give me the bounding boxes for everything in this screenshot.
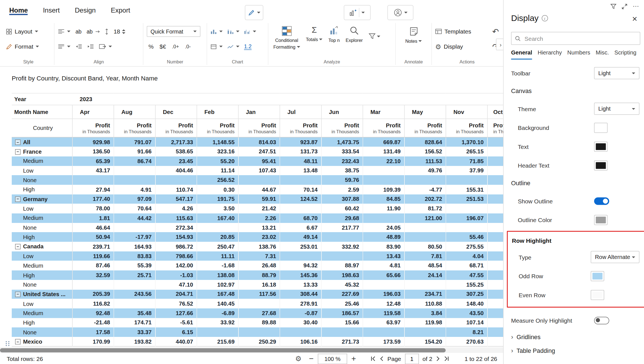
value-cell[interactable]: 116.82: [72, 299, 114, 308]
value-cell[interactable]: [363, 280, 404, 289]
value-cell[interactable]: 6.67: [280, 223, 321, 232]
value-cell[interactable]: 247.51: [238, 147, 280, 156]
value-cell[interactable]: 333.54: [321, 147, 363, 156]
value-cell[interactable]: 45.32: [321, 280, 363, 289]
row-header[interactable]: −Germany: [12, 194, 72, 204]
value-cell[interactable]: [114, 223, 155, 232]
drag-grip-icon[interactable]: [5, 341, 10, 347]
value-cell[interactable]: 923.87: [280, 137, 321, 147]
value-cell[interactable]: 43.50: [446, 308, 487, 318]
cell-style-button[interactable]: [210, 44, 223, 49]
collapse-icon[interactable]: −: [15, 196, 21, 202]
value-cell[interactable]: 202.72: [404, 194, 446, 204]
value-cell[interactable]: [446, 204, 487, 213]
tab-misc[interactable]: Misc.: [596, 49, 609, 60]
value-cell[interactable]: 205.39: [72, 289, 114, 299]
value-cell[interactable]: 33.92: [197, 318, 238, 327]
tab-design[interactable]: Design: [75, 7, 96, 15]
conditional-formatting-button[interactable]: Conditional Formatting: [272, 24, 302, 51]
background-color-swatch[interactable]: [594, 123, 608, 133]
outdent-button[interactable]: [75, 44, 82, 49]
value-cell[interactable]: 27.68: [238, 308, 280, 318]
value-cell[interactable]: 1,370.10: [446, 137, 487, 147]
value-cell[interactable]: 0.30: [197, 185, 238, 194]
last-page-icon[interactable]: [444, 356, 449, 361]
value-cell[interactable]: 107.43: [238, 166, 280, 175]
toolbar-dropdown[interactable]: Light: [594, 67, 640, 79]
row-header[interactable]: −All: [12, 137, 72, 147]
measure-column-header[interactable]: Profitin Thousands: [446, 119, 487, 137]
value-cell[interactable]: -0.87: [280, 308, 321, 318]
value-cell[interactable]: 35.48: [114, 308, 155, 318]
value-cell[interactable]: [238, 327, 280, 337]
row-height-button[interactable]: [105, 28, 109, 35]
tab-hierarchy[interactable]: Hierarchy: [538, 49, 562, 60]
stacked-bar-button[interactable]: [227, 29, 240, 34]
first-page-icon[interactable]: [371, 356, 376, 361]
value-cell[interactable]: 2.26: [238, 213, 280, 223]
value-cell[interactable]: 307.25: [446, 289, 487, 299]
value-cell[interactable]: 88.97: [321, 261, 363, 270]
value-cell[interactable]: 11.11: [197, 251, 238, 261]
value-cell[interactable]: [487, 251, 503, 261]
value-cell[interactable]: 323.16: [197, 147, 238, 156]
value-cell[interactable]: [321, 327, 363, 337]
insert-visual-button[interactable]: [344, 5, 371, 20]
value-cell[interactable]: 48.54: [404, 261, 446, 270]
value-cell[interactable]: 196.07: [446, 213, 487, 223]
value-cell[interactable]: 250.29: [238, 337, 280, 346]
value-cell[interactable]: 16.18: [238, 280, 280, 289]
value-cell[interactable]: 239.71: [72, 242, 114, 251]
value-cell[interactable]: 142.00: [155, 261, 197, 270]
edit-visualization-button[interactable]: [245, 5, 263, 20]
value-cell[interactable]: 49.76: [404, 166, 446, 175]
value-cell[interactable]: 24.05: [363, 223, 404, 232]
value-cell[interactable]: 95.41: [238, 156, 280, 166]
value-cell[interactable]: 44.42: [114, 213, 155, 223]
value-cell[interactable]: 1.81: [72, 213, 114, 223]
value-cell[interactable]: [114, 166, 155, 175]
quick-format-dropdown[interactable]: Quick Format: [147, 26, 200, 37]
value-cell[interactable]: 278.91: [280, 299, 321, 308]
value-cell[interactable]: -17.97: [114, 232, 155, 242]
value-cell[interactable]: 47.55: [446, 270, 487, 280]
value-cell[interactable]: 253.01: [280, 242, 321, 251]
value-cell[interactable]: 78.00: [72, 204, 114, 213]
bar-style-button[interactable]: [210, 29, 223, 34]
value-cell[interactable]: 131.49: [363, 147, 404, 156]
measure-column-header[interactable]: Profitin Thousands: [72, 119, 114, 137]
value-cell[interactable]: 275.55: [446, 242, 487, 251]
value-cell[interactable]: 24.14: [404, 270, 446, 280]
theme-dropdown[interactable]: Light: [594, 103, 640, 115]
tab-general[interactable]: General: [511, 49, 532, 60]
row-highlight-type-dropdown[interactable]: Row Alternate: [591, 251, 640, 263]
value-cell[interactable]: 124.52: [280, 194, 321, 204]
value-cell[interactable]: 6.15: [155, 327, 197, 337]
row-header[interactable]: Medium: [12, 308, 72, 318]
value-cell[interactable]: 65.66: [363, 270, 404, 280]
month-column-header[interactable]: Mar: [363, 105, 404, 119]
value-cell[interactable]: [404, 232, 446, 242]
value-cell[interactable]: 3,: [487, 137, 503, 147]
value-cell[interactable]: 84.85: [363, 194, 404, 204]
value-cell[interactable]: 59.76: [321, 175, 363, 185]
value-cell[interactable]: 11.14: [197, 166, 238, 175]
value-cell[interactable]: 55.39: [114, 261, 155, 270]
value-cell[interactable]: 986.72: [155, 242, 197, 251]
row-header[interactable]: None: [12, 223, 72, 232]
value-cell[interactable]: 256.52: [197, 175, 238, 185]
value-cell[interactable]: 13.48: [280, 166, 321, 175]
value-cell[interactable]: 59.91: [238, 194, 280, 204]
month-column-header[interactable]: Jun: [321, 105, 363, 119]
value-cell[interactable]: [363, 166, 404, 175]
month-column-header[interactable]: Oct: [487, 105, 503, 119]
value-cell[interactable]: 308.44: [280, 289, 321, 299]
filter-button[interactable]: [367, 32, 382, 41]
value-cell[interactable]: 17.58: [72, 327, 114, 337]
month-column-header[interactable]: Dec: [155, 105, 197, 119]
tab-insert[interactable]: Insert: [43, 7, 60, 15]
decrease-icon[interactable]: [122, 32, 125, 34]
value-cell[interactable]: 68.70: [280, 213, 321, 223]
value-cell[interactable]: [446, 223, 487, 232]
value-cell[interactable]: 307.88: [321, 194, 363, 204]
